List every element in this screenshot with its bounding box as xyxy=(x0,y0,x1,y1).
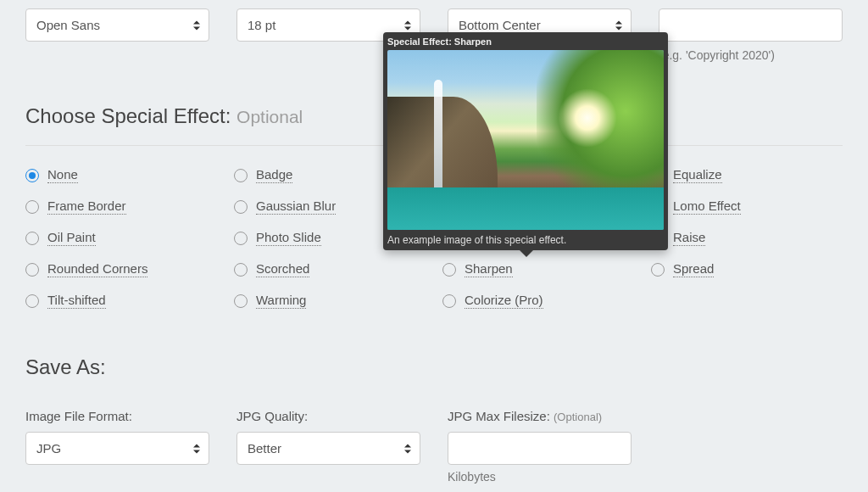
effect-radio-label: Badge xyxy=(256,167,292,183)
radio-icon xyxy=(234,169,248,182)
effect-radio-label: Raise xyxy=(673,230,705,246)
tooltip-preview-image xyxy=(387,50,664,230)
file-format-label: Image File Format: xyxy=(25,409,209,423)
jpg-quality-value: Better xyxy=(248,441,281,456)
effect-radio-label: Lomo Effect xyxy=(673,198,741,215)
radio-icon xyxy=(234,200,248,214)
effect-radio-oil-paint[interactable]: Oil Paint xyxy=(25,230,217,246)
effect-radio-equalize[interactable]: Equalize xyxy=(651,167,843,183)
chevron-updown-icon xyxy=(193,20,200,30)
effect-radio-label: Scorched xyxy=(256,261,309,277)
effect-radio-label: Colorize (Pro) xyxy=(465,293,543,309)
effect-radio-label: Spread xyxy=(673,261,714,277)
effect-radio-label: Tilt-shifted xyxy=(47,293,106,309)
effect-radio-label: Frame Border xyxy=(47,198,126,215)
effect-radio-warming[interactable]: Warming xyxy=(234,293,426,309)
radio-icon xyxy=(234,232,248,245)
radio-icon xyxy=(25,294,39,308)
effect-radio-label: Rounded Corners xyxy=(47,261,147,277)
jpg-maxsize-label-text: JPG Max Filesize: xyxy=(448,409,550,423)
radio-icon xyxy=(25,232,39,245)
file-format-value: JPG xyxy=(36,441,61,456)
chevron-updown-icon xyxy=(193,444,200,453)
effect-radio-scorched[interactable]: Scorched xyxy=(234,261,426,277)
chevron-updown-icon xyxy=(615,20,622,30)
effect-radio-label: Sharpen xyxy=(465,261,513,277)
save-as-heading: Save As: xyxy=(25,355,843,379)
radio-icon xyxy=(442,294,456,308)
font-select-value: Open Sans xyxy=(36,18,100,32)
effect-radio-sharpen[interactable]: Sharpen xyxy=(442,261,634,277)
effect-radio-label: Equalize xyxy=(673,167,722,183)
jpg-maxsize-input[interactable] xyxy=(448,432,632,465)
effect-radio-label: None xyxy=(47,167,78,183)
effect-radio-label: Gaussian Blur xyxy=(256,198,336,215)
font-select[interactable]: Open Sans xyxy=(25,8,209,42)
effect-radio-lomo-effect[interactable]: Lomo Effect xyxy=(651,198,843,215)
position-value: Bottom Center xyxy=(459,18,541,32)
effect-radio-spread[interactable]: Spread xyxy=(651,261,843,277)
radio-icon xyxy=(442,263,456,277)
radio-icon xyxy=(25,169,39,182)
tooltip-title: Special Effect: Sharpen xyxy=(387,36,664,47)
effect-radio-raise[interactable]: Raise xyxy=(651,230,843,246)
jpg-maxsize-unit: Kilobytes xyxy=(448,470,632,484)
radio-icon xyxy=(651,263,665,277)
effect-radio-label: Oil Paint xyxy=(47,230,96,246)
radio-icon xyxy=(234,263,248,277)
tooltip-arrow-icon xyxy=(519,249,534,257)
effect-preview-tooltip: Special Effect: Sharpen An example image… xyxy=(383,32,668,250)
jpg-quality-label: JPG Quality: xyxy=(236,409,420,423)
jpg-maxsize-optional: (Optional) xyxy=(554,411,602,423)
special-effect-title: Choose Special Effect: xyxy=(25,104,231,127)
effect-radio-tilt-shifted[interactable]: Tilt-shifted xyxy=(25,293,217,309)
jpg-maxsize-label: JPG Max Filesize: (Optional) xyxy=(448,409,632,423)
radio-icon xyxy=(25,263,39,277)
effect-radio-label: Photo Slide xyxy=(256,230,321,246)
effect-radio-label: Warming xyxy=(256,293,306,309)
chevron-updown-icon xyxy=(404,444,411,453)
effect-radio-none[interactable]: None xyxy=(25,167,217,183)
file-format-select[interactable]: JPG xyxy=(25,432,209,465)
font-size-value: 18 pt xyxy=(248,18,275,32)
watermark-hint: (e.g. 'Copyright 2020') xyxy=(659,48,843,62)
radio-icon xyxy=(234,294,248,308)
jpg-quality-select[interactable]: Better xyxy=(236,432,420,465)
tooltip-caption: An example image of this special effect. xyxy=(387,234,664,246)
effect-radio-colorize-pro-[interactable]: Colorize (Pro) xyxy=(442,293,634,309)
watermark-text-input[interactable] xyxy=(659,8,843,42)
special-effect-optional: Optional xyxy=(236,107,303,126)
radio-icon xyxy=(25,200,39,214)
effect-radio-rounded-corners[interactable]: Rounded Corners xyxy=(25,261,217,277)
chevron-updown-icon xyxy=(404,20,411,30)
effect-radio-frame-border[interactable]: Frame Border xyxy=(25,198,217,215)
